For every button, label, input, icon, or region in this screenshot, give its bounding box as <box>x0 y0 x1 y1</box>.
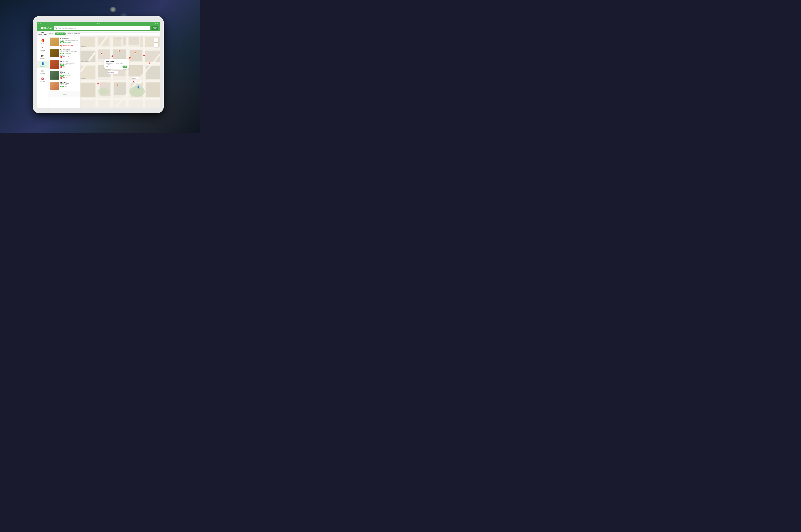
sidebar-item-radius[interactable]: 🎯 Radius <box>37 76 49 83</box>
popup-extra: Pla... <box>106 66 109 67</box>
restaurant-address: 27, rue Vivi... <box>60 84 79 86</box>
restaurant-card-mori[interactable]: Mori Ven... 27, rue Vivi... 9.0 244 <box>49 81 80 92</box>
restaurant-type: French <box>60 55 79 56</box>
address-input[interactable]: Rue de Provence <box>67 32 158 35</box>
services-label: Services <box>40 65 45 67</box>
restaurant-card-pierre[interactable]: Pierre 10, rue de la Bour... 8.6 370 rev… <box>49 70 80 81</box>
tablet-side-button <box>164 38 164 44</box>
svg-point-46 <box>149 62 150 64</box>
discount-icon: ⊖ <box>60 77 62 79</box>
svg-text:Rue d'Uzès: Rue d'Uzès <box>81 78 86 79</box>
svg-rect-24 <box>80 97 160 99</box>
svg-text:Rue Richer: Rue Richer <box>81 46 86 47</box>
restaurant-list: Clémentine 5, Rue Saint-Marc 75002 Paris… <box>49 36 80 108</box>
rating-badge: 8.6 <box>60 75 64 77</box>
sidebar-item-offers[interactable]: 🎁 Offers <box>37 38 49 45</box>
svg-rect-21 <box>80 47 160 49</box>
sidebar-item-budget[interactable]: € Budget <box>37 45 49 53</box>
restaurant-image-pierre <box>50 71 59 80</box>
map-svg: Rue Richer Rue de Provence Grands Boulev… <box>80 36 160 108</box>
rating-badge: 9.3 <box>60 53 64 54</box>
map-controls: ➤ ⤢ <box>154 38 158 48</box>
popup-details: -30% sur la ... • French • 10€ • 7.1/10 <box>106 62 127 65</box>
radius-icon: 🎯 <box>41 77 44 80</box>
reviews-text: 169 reviews <box>64 53 71 54</box>
svg-text:Rue Drouot: Rue Drouot <box>95 51 96 54</box>
locate-button[interactable]: ➤ <box>154 38 158 42</box>
main-content: 🎁 Offers € Budget 🍽 Cuisine 👤 Services <box>37 36 160 108</box>
more-button[interactable]: More › <box>49 92 80 97</box>
svg-point-31 <box>129 86 145 97</box>
svg-point-32 <box>98 88 109 95</box>
svg-rect-8 <box>112 48 127 59</box>
svg-point-39 <box>111 55 113 57</box>
restaurant-card-versance[interactable]: Le Versance 16, rue Feydeau 75002 Paris … <box>49 48 80 59</box>
map-area[interactable]: Rue Richer Rue de Provence Grands Boulev… <box>80 36 160 108</box>
restaurant-card-clementine[interactable]: Clémentine 5, Rue Saint-Marc 75002 Paris… <box>49 36 80 48</box>
svg-text:Grands Boulevards: Grands Boulevards <box>81 61 89 62</box>
guides-label: Guides <box>40 73 45 74</box>
expand-button[interactable]: ⤢ <box>154 43 158 48</box>
restaurant-image-clementine <box>50 38 59 46</box>
sidebar-item-cuisine[interactable]: 🍽 Cuisine <box>37 53 49 60</box>
svg-rect-14 <box>128 64 144 76</box>
discount-badge: ⊖ -30% sur la carte <box>60 45 79 46</box>
popup-see-button[interactable]: See <box>122 65 127 68</box>
back-button[interactable]: ‹ <box>38 26 39 30</box>
reviews-text: 1209 reviews <box>64 64 72 65</box>
sidebar-item-services[interactable]: 👤 Services <box>37 61 49 68</box>
restaurant-card-dorcia[interactable]: Le Dorcia 24, rue Feydeau 75002 9.0 1209… <box>49 59 80 70</box>
sidebar-navigation: 🎁 Offers € Budget 🍽 Cuisine 👤 Services <box>37 36 49 108</box>
svg-point-41 <box>129 57 131 59</box>
svg-point-38 <box>101 53 102 54</box>
discount-icon: ⊖ <box>60 66 62 68</box>
discount-badge: ⊖ -20% sur la carte <box>60 56 79 58</box>
around-me-button[interactable]: Around me <box>152 26 158 30</box>
restaurant-image-versance <box>50 49 59 57</box>
restaurant-name: Le Dorcia <box>60 60 79 62</box>
search-icon: 🔍 <box>55 27 57 29</box>
status-bar: iPad ✦ 11:07 82 % <box>37 22 160 25</box>
radius-label: Radius <box>40 81 45 82</box>
offers-label: Offers <box>41 42 44 44</box>
popup-title: Café Grévin <box>106 60 127 62</box>
popup-actions: Pla... See <box>106 65 127 68</box>
restaurant-info-mori: Mori Ven... 27, rue Vivi... 9.0 244 <box>60 82 79 90</box>
restaurant-image-mori <box>50 82 59 90</box>
status-bar-left: iPad ✦ <box>38 23 43 24</box>
restaurant-info-dorcia: Le Dorcia 24, rue Feydeau 75002 9.0 1209… <box>60 60 79 69</box>
restaurant-address: 5, Rue Saint-Marc 75002 Paris <box>60 40 79 41</box>
svg-rect-1 <box>80 37 95 48</box>
cuisine-label: Cuisine <box>40 58 45 59</box>
svg-text:Starbucks: Starbucks <box>132 78 136 79</box>
tablet-device: iPad ✦ 11:07 82 % ‹ TheFork 🔍 Address, c… <box>33 16 164 113</box>
restaurant-meta: 9.0 1209 reviews <box>60 64 79 66</box>
rating-badge: 9.0 <box>60 41 64 43</box>
reviews-text: 244 <box>64 86 67 87</box>
svg-rect-18 <box>114 82 128 95</box>
logo-icon <box>41 27 43 29</box>
restaurant-meta: 9.3 169 reviews <box>60 53 79 54</box>
restaurant-name: Le Versance <box>60 49 79 51</box>
svg-text:Rue de Provence: Rue de Provence <box>116 38 123 39</box>
search-bar[interactable]: 🔍 Address, city, restaurant... <box>54 26 150 30</box>
svg-text:Hôtel Mercure: Hôtel Mercure <box>108 72 114 73</box>
rating-badge: 9.0 <box>60 64 64 66</box>
svg-rect-4 <box>123 37 139 45</box>
reviews-text: 370 reviews <box>64 75 71 76</box>
restaurant-meta: 9.0 362 reviews <box>60 41 79 43</box>
sidebar-item-guides[interactable]: 📖 Guides <box>37 69 49 75</box>
restaurant-meta: 9.0 244 <box>60 86 79 88</box>
map-popup: Café Grévin -30% sur la ... • French • 1… <box>104 59 129 69</box>
svg-point-51 <box>137 85 140 89</box>
svg-point-48 <box>117 84 118 86</box>
app-header: ‹ TheFork 🔍 Address, city, restaurant...… <box>37 25 160 31</box>
restaurant-name: Mori Ven... <box>60 82 79 84</box>
filter-label: Filter by <box>48 33 53 35</box>
filter-bar: 253 restaurants Filter by Relevance ▾ Ru… <box>37 31 160 36</box>
guides-icon: 📖 <box>41 70 44 73</box>
svg-point-47 <box>97 82 99 84</box>
status-bar-right: 82 % <box>155 23 158 24</box>
relevance-dropdown[interactable]: Relevance ▾ <box>55 33 65 35</box>
svg-rect-27 <box>127 37 129 108</box>
